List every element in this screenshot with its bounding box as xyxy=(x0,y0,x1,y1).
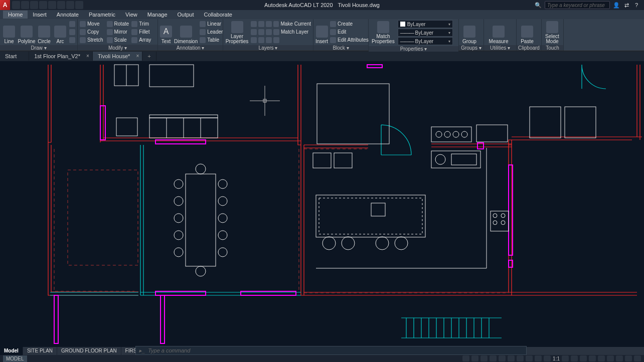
scale-button[interactable]: Scale xyxy=(107,36,130,44)
polyline-button[interactable]: Polyline xyxy=(18,20,35,44)
ellipse-icon[interactable] xyxy=(69,29,75,35)
leader-button[interactable]: Leader xyxy=(200,28,223,36)
lwt-icon[interactable] xyxy=(517,355,524,361)
menu-insert[interactable]: Insert xyxy=(28,11,52,19)
doctab-add[interactable]: + xyxy=(142,52,156,61)
menu-parametric[interactable]: Parametric xyxy=(84,11,120,19)
qat-redo-icon[interactable] xyxy=(66,1,74,9)
app-logo[interactable]: A xyxy=(0,0,10,10)
hwaccel-icon[interactable] xyxy=(616,355,623,361)
make-current-button[interactable]: Make Current xyxy=(280,21,311,27)
otrack-icon[interactable] xyxy=(508,355,515,361)
cycling-icon[interactable] xyxy=(535,355,542,361)
close-icon[interactable]: × xyxy=(136,53,139,59)
menu-manage[interactable]: Manage xyxy=(142,11,173,19)
menu-collaborate[interactable]: Collaborate xyxy=(199,11,237,19)
menu-view[interactable]: View xyxy=(120,11,142,19)
panel-properties-label[interactable]: Properties ▾ xyxy=(369,46,458,52)
snap-icon[interactable] xyxy=(471,355,478,361)
line-button[interactable]: Line xyxy=(2,20,16,44)
close-icon[interactable]: × xyxy=(86,53,89,59)
panel-modify-label[interactable]: Modify ▾ xyxy=(78,45,157,51)
edit-button[interactable]: Edit xyxy=(330,28,369,36)
l9-icon[interactable] xyxy=(251,37,257,43)
mirror-button[interactable]: Mirror xyxy=(107,28,130,36)
panel-block-label[interactable]: Block ▾ xyxy=(313,45,368,51)
qat-saveas-icon[interactable] xyxy=(39,1,47,9)
help-icon[interactable]: ? xyxy=(633,2,640,9)
qat-more-icon[interactable] xyxy=(75,1,83,9)
doctab-1stfloor[interactable]: 1st Floor Plan_V2*× xyxy=(29,52,93,61)
panel-touch-label[interactable]: Touch xyxy=(542,45,563,51)
layout-model[interactable]: Model xyxy=(0,347,23,355)
circle-button[interactable]: Circle xyxy=(37,20,51,44)
units-icon[interactable] xyxy=(580,355,587,361)
panel-clipboard-label[interactable]: Clipboard xyxy=(517,45,541,51)
l1-icon[interactable] xyxy=(251,21,257,27)
create-button[interactable]: Create xyxy=(330,20,369,28)
insert-button[interactable]: Insert xyxy=(315,20,328,44)
table-button[interactable]: Table xyxy=(200,36,223,44)
qat-plot-icon[interactable] xyxy=(48,1,56,9)
editattr-button[interactable]: Edit Attributes xyxy=(330,36,369,44)
doctab-start[interactable]: Start xyxy=(0,52,29,61)
cleanscreen-icon[interactable] xyxy=(625,355,632,361)
l2-icon[interactable] xyxy=(258,21,264,27)
linetype-select[interactable]: ——— ByLayer xyxy=(398,29,453,37)
transparency-icon[interactable] xyxy=(526,355,533,361)
doctab-tivoli[interactable]: Tivoli House*× xyxy=(93,52,142,61)
exchange-icon[interactable]: ⇄ xyxy=(623,2,630,9)
l10-icon[interactable] xyxy=(258,37,264,43)
layout-ground[interactable]: GROUND FLOOR PLAN xyxy=(57,347,121,355)
trim-button[interactable]: Trim xyxy=(131,20,155,28)
qat-new-icon[interactable] xyxy=(12,1,20,9)
drawing-canvas[interactable] xyxy=(0,61,644,347)
panel-layers-label[interactable]: Layers ▾ xyxy=(223,45,313,51)
panel-utilities-label[interactable]: Utilities ▾ xyxy=(484,45,516,51)
menu-annotate[interactable]: Annotate xyxy=(52,11,84,19)
dimension-button[interactable]: Dimension xyxy=(174,20,198,44)
stretch-button[interactable]: Stretch xyxy=(80,36,105,44)
scale-label[interactable]: 1:1 xyxy=(553,356,560,361)
osnap-icon[interactable] xyxy=(499,355,506,361)
color-select[interactable]: ByLayer xyxy=(398,20,453,28)
l4-icon[interactable] xyxy=(273,21,279,27)
l11-icon[interactable] xyxy=(266,37,272,43)
signin-icon[interactable]: 👤 xyxy=(613,2,620,9)
customize-icon[interactable] xyxy=(634,355,641,361)
l5-icon[interactable] xyxy=(251,29,257,35)
workspace-icon[interactable] xyxy=(562,355,569,361)
status-model[interactable]: MODEL xyxy=(3,355,27,362)
isolate-icon[interactable] xyxy=(607,355,614,361)
panel-groups-label[interactable]: Groups ▾ xyxy=(459,45,484,51)
search-input[interactable]: Type a keyword or phrase xyxy=(545,1,610,9)
layer-props-button[interactable]: Layer Properties xyxy=(225,20,249,44)
match-layer-button[interactable]: Match Layer xyxy=(281,29,308,35)
qat-save-icon[interactable] xyxy=(30,1,38,9)
l7-icon[interactable] xyxy=(266,29,272,35)
qat-undo-icon[interactable] xyxy=(57,1,65,9)
fillet-button[interactable]: Fillet xyxy=(131,28,155,36)
panel-annotation-label[interactable]: Annotation ▾ xyxy=(158,45,223,51)
search-icon[interactable]: 🔍 xyxy=(535,2,542,9)
lockui-icon[interactable] xyxy=(598,355,605,361)
menu-home[interactable]: Home xyxy=(3,11,28,19)
move-button[interactable]: Move xyxy=(80,20,105,28)
rotate-button[interactable]: Rotate xyxy=(107,20,130,28)
paste-button[interactable]: Paste xyxy=(519,20,536,44)
measure-button[interactable]: Measure xyxy=(486,20,511,44)
l8-icon[interactable] xyxy=(273,29,279,35)
arc-button[interactable]: Arc xyxy=(53,20,67,44)
lineweight-select[interactable]: ——— ByLayer xyxy=(398,37,453,45)
annomonitor-icon[interactable] xyxy=(571,355,578,361)
linear-button[interactable]: Linear xyxy=(200,20,223,28)
select-mode-button[interactable]: Select Mode xyxy=(544,20,561,44)
quickprops-icon[interactable] xyxy=(589,355,596,361)
group-button[interactable]: Group xyxy=(461,20,478,44)
ortho-icon[interactable] xyxy=(480,355,488,361)
layout-site[interactable]: SITE PLAN xyxy=(23,347,57,355)
menu-output[interactable]: Output xyxy=(173,11,199,19)
l12-icon[interactable] xyxy=(273,37,279,43)
text-button[interactable]: AText xyxy=(160,20,172,44)
command-line[interactable]: ▸_ Type a command xyxy=(135,346,527,355)
